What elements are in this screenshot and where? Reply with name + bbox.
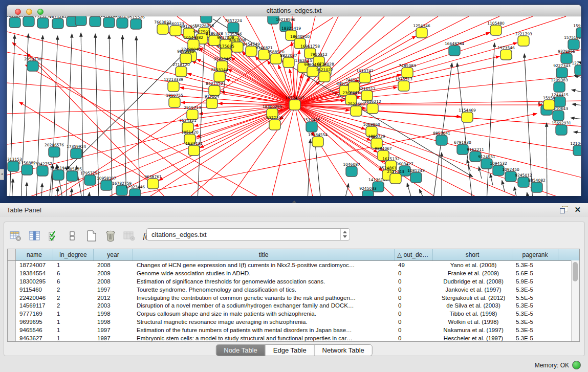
graph-node[interactable]	[351, 106, 362, 116]
graph-node[interactable]	[573, 145, 581, 156]
graph-node[interactable]	[37, 18, 49, 28]
graph-node[interactable]	[84, 175, 96, 185]
scrollbar-thumb[interactable]	[573, 262, 578, 281]
graph-node[interactable]	[168, 81, 179, 92]
graph-node[interactable]	[228, 23, 239, 33]
graph-node[interactable]	[206, 98, 217, 108]
graph-node[interactable]	[556, 125, 567, 135]
graph-node[interactable]	[214, 72, 225, 82]
graph-node[interactable]	[568, 39, 579, 50]
graph-node[interactable]	[53, 170, 64, 180]
graph-node[interactable]	[449, 46, 460, 56]
graph-node[interactable]	[312, 137, 323, 147]
graph-node[interactable]	[21, 165, 33, 175]
graph-node[interactable]	[147, 179, 159, 189]
close-panel-icon[interactable]: ✕	[574, 205, 581, 214]
graph-node[interactable]	[188, 145, 200, 156]
new-column-icon[interactable]	[85, 229, 98, 243]
table-row[interactable]: 911546021997Tourette syndrome. Phenomeno…	[8, 286, 579, 294]
select-all-icon[interactable]	[47, 229, 60, 243]
table-row[interactable]: 1938455462009Genome-wide association stu…	[8, 269, 579, 277]
network-canvas[interactable]: 8033209128935779152361674285165328715276…	[7, 16, 581, 196]
graph-node[interactable]	[319, 72, 330, 82]
graph-node[interactable]	[410, 172, 422, 183]
table-select-dropdown[interactable]: citations_edges.txt	[146, 228, 350, 240]
graph-node[interactable]	[129, 189, 141, 196]
graph-node[interactable]	[71, 148, 82, 159]
network-window[interactable]: citations_edges.txt 80332091289357791523…	[7, 5, 581, 196]
graph-node[interactable]	[306, 122, 317, 132]
graph-node[interactable]	[269, 120, 280, 130]
graph-node[interactable]	[575, 65, 581, 75]
graph-node[interactable]	[561, 53, 572, 63]
graph-node[interactable]	[518, 177, 529, 187]
graph-node[interactable]	[518, 36, 529, 46]
table-row[interactable]: 946554611997Estimation of the future num…	[8, 326, 579, 334]
graph-node[interactable]	[27, 61, 38, 71]
column-visibility-icon[interactable]	[28, 229, 41, 243]
graph-node[interactable]	[359, 73, 371, 83]
table-row[interactable]: 946362711997Embryonic stem cells: a mode…	[8, 334, 579, 341]
tab-network-table[interactable]: Network Table	[315, 345, 372, 356]
graph-node[interactable]	[462, 112, 473, 122]
graph-node[interactable]	[367, 103, 378, 114]
graph-node[interactable]	[176, 67, 187, 77]
table-row[interactable]: 1872400712008Changes of HCN gene express…	[8, 261, 579, 269]
table-row[interactable]: 977716911998Corpus callosum shape and si…	[8, 310, 579, 318]
column-header-in_degree[interactable]: in_degree	[53, 249, 94, 260]
table-settings-icon[interactable]	[9, 229, 23, 243]
graph-node[interactable]	[170, 26, 181, 36]
graph-node[interactable]	[49, 147, 60, 157]
table-row[interactable]: 969969511998Structural magnetic resonanc…	[8, 318, 579, 326]
column-header-year[interactable]: year	[94, 249, 133, 260]
graph-node[interactable]	[554, 82, 565, 92]
graph-node[interactable]	[416, 28, 427, 38]
tab-edge-table[interactable]: Edge Table	[266, 345, 315, 356]
graph-node[interactable]	[37, 166, 48, 176]
collapse-left-panel-handle[interactable]: ◂	[0, 169, 4, 180]
graph-node[interactable]	[554, 97, 565, 107]
graph-node[interactable]	[75, 16, 86, 26]
graph-node[interactable]	[103, 17, 115, 28]
graph-node[interactable]	[101, 180, 112, 190]
graph-node[interactable]	[201, 16, 212, 23]
graph-node[interactable]	[490, 25, 502, 35]
graph-node[interactable]	[362, 190, 374, 196]
graph-node[interactable]	[556, 68, 568, 78]
graph-node[interactable]	[52, 18, 63, 29]
tab-node-table[interactable]: Node Table	[216, 345, 266, 356]
column-header-short[interactable]: short	[433, 249, 512, 260]
graph-node[interactable]	[289, 100, 300, 110]
table-vertical-scrollbar[interactable]	[571, 260, 579, 341]
graph-node[interactable]	[436, 135, 447, 145]
network-window-titlebar[interactable]: citations_edges.txt	[7, 5, 581, 16]
graph-node[interactable]	[180, 53, 191, 63]
clear-selection-icon[interactable]	[66, 229, 79, 243]
graph-node[interactable]	[346, 166, 357, 177]
graph-node[interactable]	[390, 173, 401, 184]
graph-node[interactable]	[130, 19, 142, 29]
graph-node[interactable]	[67, 171, 78, 181]
graph-node[interactable]	[553, 111, 564, 121]
delete-column-icon[interactable]	[104, 229, 117, 243]
column-header-title[interactable]: title	[133, 249, 395, 260]
table-row[interactable]: 1830029562008Estimation of significance …	[8, 277, 579, 286]
memory-ok-indicator[interactable]	[572, 361, 581, 369]
graph-node[interactable]	[398, 81, 409, 91]
graph-node[interactable]	[531, 182, 542, 192]
graph-node[interactable]	[117, 18, 128, 28]
graph-node[interactable]	[8, 161, 19, 171]
graph-node[interactable]	[90, 16, 101, 27]
graph-node[interactable]	[169, 97, 180, 107]
graph-node[interactable]	[9, 17, 20, 28]
column-header-pagerank[interactable]: pagerank	[512, 249, 558, 260]
column-header-out_degree[interactable]: △ out_de…	[395, 249, 433, 260]
graph-node[interactable]	[543, 100, 555, 110]
graph-node[interactable]	[283, 57, 294, 68]
table-row[interactable]: 1456911722003Disruption of a novel membe…	[8, 301, 579, 310]
column-header-name[interactable]: name	[16, 249, 53, 260]
graph-node[interactable]	[23, 16, 34, 27]
graph-node[interactable]	[500, 50, 512, 60]
table-row[interactable]: 2242004622012Investigating the contribut…	[8, 294, 579, 302]
graph-node[interactable]	[402, 68, 413, 78]
